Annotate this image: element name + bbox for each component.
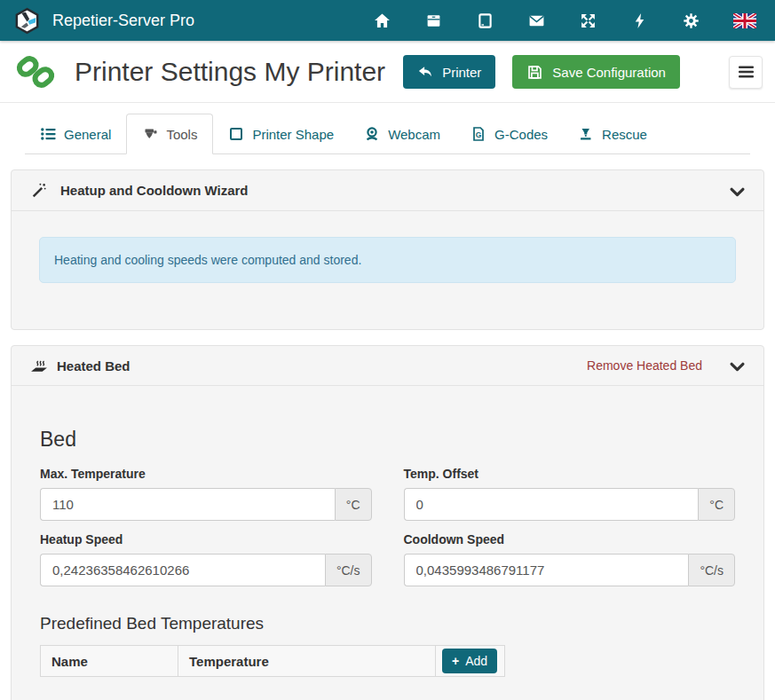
repetier-logo-icon xyxy=(13,7,41,35)
brand-title: Repetier-Server Pro xyxy=(52,12,194,30)
heatup-speed-input[interactable] xyxy=(40,554,325,586)
tab-tools[interactable]: Tools xyxy=(126,114,213,154)
square-outline-icon xyxy=(228,126,244,142)
reply-arrow-icon xyxy=(417,65,433,79)
max-temperature-field: Max. Temperature °C xyxy=(40,467,372,521)
heated-bed-panel: Heated Bed Remove Heated Bed Bed Max. Te… xyxy=(11,345,764,700)
page-header: Printer Settings My Printer Printer Save… xyxy=(0,41,775,103)
unit-addon: °C xyxy=(335,488,372,521)
wizard-panel-header[interactable]: Heatup and Cooldown Wizard xyxy=(12,170,763,211)
top-navbar: Repetier-Server Pro xyxy=(0,0,775,41)
heatup-speed-label: Heatup Speed xyxy=(40,532,372,547)
heated-bed-panel-header[interactable]: Heated Bed Remove Heated Bed xyxy=(12,346,763,386)
rescue-icon xyxy=(578,126,594,142)
bed-fields-grid: Max. Temperature °C Temp. Offset °C Heat… xyxy=(40,455,735,586)
chain-link-icon xyxy=(16,52,55,91)
back-to-printer-button[interactable]: Printer xyxy=(403,55,495,89)
settings-tabs: General Tools Printer Shape Webcam G G xyxy=(25,114,750,154)
page-title: Printer Settings My Printer xyxy=(75,57,385,87)
heated-bed-panel-body: Bed Max. Temperature °C Temp. Offset °C … xyxy=(12,386,763,700)
wizard-panel-body: Heating and cooling speeds were computed… xyxy=(12,211,763,329)
chevron-down-icon[interactable] xyxy=(730,360,745,371)
gcode-file-icon: G xyxy=(471,126,486,142)
wizard-panel: Heatup and Cooldown Wizard Heating and c… xyxy=(11,169,764,330)
extruder-icon xyxy=(142,126,158,142)
predefined-temps-table: Name Temperature + Add xyxy=(40,645,505,677)
unit-addon: °C/s xyxy=(325,554,372,586)
tab-rescue[interactable]: Rescue xyxy=(563,114,662,154)
tab-webcam[interactable]: Webcam xyxy=(349,114,455,154)
unit-addon: °C xyxy=(698,488,735,521)
add-temperature-button[interactable]: + Add xyxy=(442,649,497,673)
home-icon[interactable] xyxy=(373,12,391,29)
tab-gcodes[interactable]: G G-Codes xyxy=(455,114,563,154)
brand[interactable]: Repetier-Server Pro xyxy=(13,7,194,35)
predefined-temps-title: Predefined Bed Temperatures xyxy=(40,614,735,633)
temp-offset-label: Temp. Offset xyxy=(404,467,736,481)
chevron-down-icon[interactable] xyxy=(730,185,745,196)
menu-button[interactable] xyxy=(729,56,763,89)
webcam-icon xyxy=(364,126,380,142)
cooldown-speed-input[interactable] xyxy=(404,554,689,586)
temp-offset-input[interactable] xyxy=(404,488,699,521)
heatup-speed-field: Heatup Speed °C/s xyxy=(40,532,372,586)
save-configuration-button[interactable]: Save Configuration xyxy=(512,55,680,89)
max-temperature-input[interactable] xyxy=(40,488,335,521)
column-header-action: + Add xyxy=(436,646,505,677)
save-disk-icon xyxy=(526,64,543,81)
tab-general[interactable]: General xyxy=(25,114,126,154)
tablet-icon[interactable] xyxy=(476,12,494,29)
list-icon xyxy=(40,126,56,142)
bed-section-title: Bed xyxy=(40,428,735,452)
heated-bed-panel-title: Heated Bed xyxy=(57,358,130,374)
info-alert: Heating and cooling speeds were computed… xyxy=(39,237,736,283)
hamburger-icon xyxy=(739,66,754,78)
navbar-icons xyxy=(373,12,762,29)
printer-box-icon[interactable] xyxy=(424,12,442,29)
column-header-temperature: Temperature xyxy=(178,646,436,677)
cooldown-speed-label: Cooldown Speed xyxy=(404,532,736,547)
language-flag-uk[interactable] xyxy=(733,13,756,28)
wizard-panel-title: Heatup and Cooldown Wizard xyxy=(60,183,249,198)
fullscreen-icon[interactable] xyxy=(579,12,597,29)
heated-bed-icon xyxy=(30,358,48,374)
cooldown-speed-field: Cooldown Speed °C/s xyxy=(404,532,736,586)
temp-offset-field: Temp. Offset °C xyxy=(404,467,736,521)
remove-heated-bed-link[interactable]: Remove Heated Bed xyxy=(587,358,702,373)
plus-icon: + xyxy=(452,654,459,668)
tab-printer-shape[interactable]: Printer Shape xyxy=(213,114,349,154)
column-header-name: Name xyxy=(41,646,178,677)
max-temperature-label: Max. Temperature xyxy=(40,467,372,481)
unit-addon: °C/s xyxy=(688,554,735,586)
bolt-icon[interactable] xyxy=(630,12,648,29)
magic-wand-icon xyxy=(30,182,47,199)
settings-gear-icon[interactable] xyxy=(682,12,700,29)
svg-text:G: G xyxy=(476,130,482,139)
table-header-row: Name Temperature + Add xyxy=(41,646,505,677)
messages-icon[interactable] xyxy=(527,12,545,29)
